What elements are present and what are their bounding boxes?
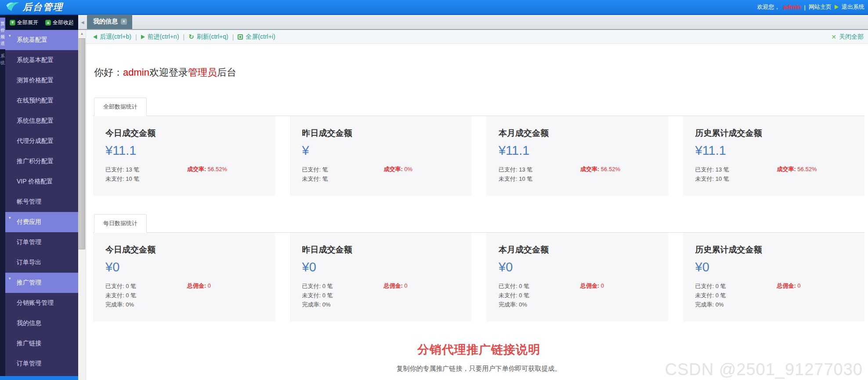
close-all-button[interactable]: ✕ 关闭全部 xyxy=(831,33,864,41)
card-title: 历史累计成交金额 xyxy=(695,244,853,256)
refresh-button[interactable]: ↻ 刷新(ctrl+q) xyxy=(188,33,228,41)
sidebar-item-system-info-config[interactable]: 系统信息配置 xyxy=(5,111,78,131)
sidebar-item-label: VIP 价格配置 xyxy=(17,178,53,186)
tab-daily-data-stats[interactable]: 每日数据统计 xyxy=(94,214,147,233)
logout-link[interactable]: 退出系统 xyxy=(842,3,864,11)
app-title: 后台管理 xyxy=(23,1,63,13)
card-highlight: 成交率: 0% xyxy=(383,165,412,183)
sidebar-item-online-booking-config[interactable]: 在线预约配置 xyxy=(5,91,78,111)
sidebar-item-label: 订单管理 xyxy=(17,360,41,368)
stat-line: 已支付: 13 笔 xyxy=(695,165,777,174)
refresh-icon: ↻ xyxy=(188,33,194,40)
body: 算价频道 系统 ▼ 全部展开 ▲ 全部收起 ▾ 系统基配置 系统基本配 xyxy=(0,15,868,380)
stat-card-month: 本月成交金额 ¥11.1 已支付: 13 笔 未支付: 10 笔 成交率: 56… xyxy=(486,116,668,196)
sidebar-item-account-management[interactable]: 帐号管理 xyxy=(5,192,78,212)
vertical-scrollbar[interactable]: ▲ xyxy=(78,30,86,380)
topbar-user-area: 欢迎您， admin | 网站主页 退出系统 xyxy=(757,3,864,11)
username: admin xyxy=(783,4,801,11)
sidebar-item-price-calc-config[interactable]: 测算价格配置 xyxy=(5,70,78,91)
sidebar: ▼ 全部展开 ▲ 全部收起 ▾ 系统基配置 系统基本配置 测算价格配置 在线预约… xyxy=(5,15,78,380)
home-link[interactable]: 网站主页 xyxy=(809,3,832,11)
expand-all-label: 全部展开 xyxy=(17,19,38,26)
tab-close-icon[interactable]: × xyxy=(121,18,127,25)
sidebar-item-label: 推广链接 xyxy=(17,340,41,347)
sidebar-item-label: 推广积分配置 xyxy=(17,157,54,165)
stat-card-history: 历史累计成交金额 ¥11.1 已支付: 13 笔 未支付: 10 笔 成交率: … xyxy=(683,116,865,196)
stat-card-yesterday-daily: 昨日成交金额 ¥0 已支付: 0 笔 未支付: 0 笔 完成率: 0% xyxy=(290,233,472,322)
card-value: ¥0 xyxy=(695,260,853,274)
collapsed-panel-strip[interactable]: 算价频道 系统 xyxy=(0,15,5,380)
sidebar-item-promo-links[interactable]: 推广链接 xyxy=(5,333,78,354)
scrollbar-thumb[interactable] xyxy=(79,38,85,249)
sidebar-group-paid-apps[interactable]: ▾ 付费应用 xyxy=(5,212,78,232)
card-highlight: 总佣金: 0 xyxy=(187,281,211,309)
collapse-all-label: 全部收起 xyxy=(53,19,74,26)
sidebar-item-label: 我的信息 xyxy=(17,319,41,327)
stat-line: 未支付: 笔 xyxy=(302,174,384,183)
sidebar-group-promotion[interactable]: ▾ 推广管理 xyxy=(5,273,78,293)
fullscreen-button[interactable]: 全屏(ctrl+i) xyxy=(238,33,275,41)
chevron-down-icon: ▾ xyxy=(9,33,11,38)
card-highlight: 总佣金: 0 xyxy=(777,281,800,309)
vertical-tab-price-channel[interactable]: 算价频道 xyxy=(0,18,5,49)
card-title: 今日成交金额 xyxy=(105,128,263,139)
card-value: ¥ xyxy=(302,143,459,158)
stat-line: 未支付: 0 笔 xyxy=(105,291,187,300)
sidebar-item-label: 帐号管理 xyxy=(17,198,41,206)
back-arrow-icon xyxy=(93,35,97,39)
sidebar-item-label: 代理分成配置 xyxy=(17,137,54,145)
forward-arrow-icon xyxy=(141,35,145,39)
tab-scroll-left-icon[interactable]: ◄ xyxy=(80,19,85,26)
sidebar-item-vip-price-config[interactable]: VIP 价格配置 xyxy=(5,172,78,192)
tab-label: 我的信息 xyxy=(93,18,118,26)
close-icon: ✕ xyxy=(831,33,836,40)
card-title: 本月成交金额 xyxy=(499,244,656,256)
watermark: CSDN @2501_91277030 xyxy=(665,360,863,379)
separator: | xyxy=(135,33,137,40)
stat-line: 未支付: 10 笔 xyxy=(695,174,777,183)
back-button[interactable]: 后退(ctrl+b) xyxy=(93,33,131,41)
chevron-down-icon: ▾ xyxy=(9,216,11,220)
vertical-tab-system[interactable]: 系统 xyxy=(0,49,5,69)
sidebar-item-order-management-2[interactable]: 订单管理 xyxy=(5,354,78,374)
section-daily-stats: 每日数据统计 今日成交金额 ¥0 已支付: 0 笔 未支付: 0 xyxy=(93,214,864,322)
card-highlight: 成交率: 56.52% xyxy=(187,165,227,183)
collapse-all-button[interactable]: ▲ 全部收起 xyxy=(45,19,74,26)
topbar: 后台管理 欢迎您， admin | 网站主页 退出系统 xyxy=(0,0,868,15)
tab-my-info[interactable]: 我的信息 × xyxy=(87,15,132,29)
stat-card-today-daily: 今日成交金额 ¥0 已支付: 0 笔 未支付: 0 笔 完成率: 0% xyxy=(93,233,275,322)
scrollbar-up-icon[interactable]: ▲ xyxy=(78,30,86,38)
sidebar-tools: ▼ 全部展开 ▲ 全部收起 xyxy=(5,15,78,30)
sidebar-item-label: 系统基本配置 xyxy=(17,56,54,64)
card-title: 昨日成交金额 xyxy=(302,244,459,256)
section-tab-bar: 每日数据统计 xyxy=(93,214,864,233)
arrow-down-icon: ▼ xyxy=(10,20,15,26)
stat-line: 已支付: 0 笔 xyxy=(105,281,187,291)
sidebar-item-label: 订单管理 xyxy=(17,238,41,246)
tab-bar: ◄ 我的信息 × xyxy=(78,15,868,30)
content-panel: 后退(ctrl+b) | 前进(ctrl+n) | ↻ 刷新(ctrl+q) | xyxy=(86,30,868,380)
stat-line: 未支付: 0 笔 xyxy=(499,291,580,300)
forward-button[interactable]: 前进(ctrl+n) xyxy=(141,33,179,41)
sidebar-item-label: 测算价格配置 xyxy=(17,77,54,84)
close-all-label: 关闭全部 xyxy=(839,33,864,41)
sidebar-item-agent-share-config[interactable]: 代理分成配置 xyxy=(5,131,78,151)
section-all-stats: 全部数据统计 今日成交金额 ¥11.1 已支付: 13 笔 未支付 xyxy=(93,98,864,196)
sidebar-group-system-base[interactable]: ▾ 系统基配置 xyxy=(5,30,78,50)
sidebar-item-my-info[interactable]: 我的信息 xyxy=(5,313,78,333)
expand-all-button[interactable]: ▼ 全部展开 xyxy=(10,19,38,26)
card-value: ¥11.1 xyxy=(695,143,853,158)
card-highlight: 总佣金: 0 xyxy=(580,281,604,309)
sidebar-item-system-basic-config[interactable]: 系统基本配置 xyxy=(5,50,78,70)
logo: 后台管理 xyxy=(6,1,63,13)
stat-card-yesterday: 昨日成交金额 ¥ 已支付: 笔 未支付: 笔 成交率: 0% xyxy=(290,116,472,196)
sidebar-item-label: 订单导出 xyxy=(17,259,41,267)
sidebar-item-label: 系统信息配置 xyxy=(17,117,54,125)
sidebar-item-order-management[interactable]: 订单管理 xyxy=(5,232,78,252)
sidebar-item-distributor-accounts[interactable]: 分销账号管理 xyxy=(5,293,78,313)
greeting-role: 管理员 xyxy=(188,67,217,78)
tab-all-data-stats[interactable]: 全部数据统计 xyxy=(94,98,147,116)
sidebar-item-promo-points-config[interactable]: 推广积分配置 xyxy=(5,151,78,172)
sidebar-item-order-export[interactable]: 订单导出 xyxy=(5,252,78,273)
separator: | xyxy=(804,4,806,11)
